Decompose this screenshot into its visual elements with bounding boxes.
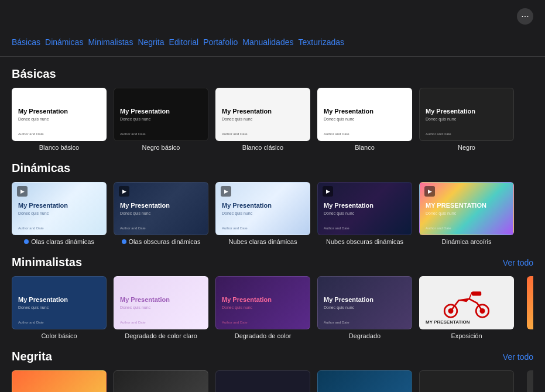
template-thumb-degradado-color: My PresentationDonec quis nuncAuthor and… <box>215 276 310 329</box>
template-label-nubes-claras: Nubes claras dinámicas <box>229 238 297 245</box>
template-thumb-exposicion: MY PRESENTATION <box>419 276 514 329</box>
template-label-arcoiris: Dinámica arcoíris <box>442 238 492 245</box>
section-header-basicas: Básicas <box>12 67 533 81</box>
section-title-dinamicas: Dinámicas <box>12 161 70 175</box>
more-button[interactable]: ··· <box>517 8 533 25</box>
filter-bar: BásicasDinámicasMinimalistasNegritaEdito… <box>0 36 545 57</box>
template-item-color-basico[interactable]: My PresentationDonec quis nuncAuthor and… <box>12 276 107 339</box>
template-label-negro-basico: Negro básico <box>142 144 180 151</box>
template-item-olas-oscuras[interactable]: ▶My PresentationDonec quis nuncAuthor an… <box>114 182 208 245</box>
template-label-row-degradado-claro: Degradado de color claro <box>125 332 197 339</box>
template-item-blanco[interactable]: My PresentationDonec quis nuncAuthor and… <box>317 88 412 151</box>
template-label-degradado-claro: Degradado de color claro <box>125 332 197 339</box>
template-label-row-degradado: Degradado <box>349 332 381 339</box>
partial-template-minimalistas[interactable] <box>521 276 533 339</box>
template-item-olas-claras[interactable]: ▶My PresentationDonec quis nuncAuthor an… <box>12 182 107 245</box>
section-header-minimalistas: MinimalistasVer todo <box>12 256 533 269</box>
template-thumb-bold-4: Donec quis nuncAuthor and Date <box>317 370 412 392</box>
templates-row-negrita: MY PRESENTATIONAuthor and DateMY PRESENT… <box>12 370 533 392</box>
template-item-negro-basico[interactable]: My PresentationDonec quis nuncAuthor and… <box>114 88 208 151</box>
dot-indicator <box>24 239 29 244</box>
filter-btn-editorial[interactable]: Editorial <box>169 36 204 48</box>
content-area: BásicasMy PresentationDonec quis nuncAut… <box>0 57 545 392</box>
template-item-degradado-claro[interactable]: My PresentationDonec quis nuncAuthor and… <box>114 276 208 339</box>
template-label-row-negro: Negro <box>458 144 475 151</box>
template-thumb-bold-3: MY PRESENTATIONAuthor and Date <box>215 370 310 392</box>
template-item-degradado-color[interactable]: My PresentationDonec quis nuncAuthor and… <box>215 276 310 339</box>
filter-btn-negrita[interactable]: Negrita <box>138 36 169 48</box>
template-thumb-blanco-clasico: My PresentationDonec quis nuncAuthor and… <box>215 88 310 141</box>
templates-row-basicas: My PresentationDonec quis nuncAuthor and… <box>12 88 533 151</box>
template-item-bold-5[interactable]: MY PRESENTATIONAuthor and Date <box>419 370 514 392</box>
template-item-bold-1[interactable]: MY PRESENTATIONAuthor and Date <box>12 370 107 392</box>
section-header-negrita: NegritaVer todo <box>12 350 533 363</box>
template-thumb-bold-5: MY PRESENTATIONAuthor and Date <box>419 370 514 392</box>
section-negrita: NegritaVer todoMY PRESENTATIONAuthor and… <box>12 350 533 392</box>
template-label-row-degradado-color: Degradado de color <box>235 332 292 339</box>
template-label-degradado: Degradado <box>349 332 381 339</box>
template-label-blanco-clasico: Blanco clásico <box>242 144 283 151</box>
partial-thumb-bg <box>527 276 533 329</box>
template-thumb-degradado: My PresentationDonec quis nuncAuthor and… <box>317 276 412 329</box>
template-item-nubes-oscuras[interactable]: ▶My PresentationDonec quis nuncAuthor an… <box>317 182 412 245</box>
template-label-exposicion: Exposición <box>451 332 482 339</box>
template-label-blanco-basico: Blanco básico <box>39 144 80 151</box>
template-label-color-basico: Color básico <box>41 332 77 339</box>
template-thumb-blanco: My PresentationDonec quis nuncAuthor and… <box>317 88 412 141</box>
templates-row-dinamicas: ▶My PresentationDonec quis nuncAuthor an… <box>12 182 533 245</box>
template-label-row-exposicion: Exposición <box>451 332 482 339</box>
template-label-row-negro-basico: Negro básico <box>142 144 180 151</box>
section-title-basicas: Básicas <box>12 67 56 81</box>
more-icon: ··· <box>521 11 529 22</box>
template-thumb-olas-oscuras: ▶My PresentationDonec quis nuncAuthor an… <box>114 182 208 235</box>
section-title-negrita: Negrita <box>12 350 52 363</box>
template-thumb-nubes-claras: ▶My PresentationDonec quis nuncAuthor an… <box>215 182 310 235</box>
template-label-row-blanco-basico: Blanco básico <box>39 144 80 151</box>
template-thumb-color-basico: My PresentationDonec quis nuncAuthor and… <box>12 276 107 329</box>
template-label-row-color-basico: Color básico <box>41 332 77 339</box>
template-item-bold-2[interactable]: MY PRESENTATIONAuthor and Date <box>114 370 208 392</box>
template-thumb-bold-1: MY PRESENTATIONAuthor and Date <box>12 370 107 392</box>
partial-template-negrita[interactable] <box>521 370 533 392</box>
template-item-nubes-claras[interactable]: ▶My PresentationDonec quis nuncAuthor an… <box>215 182 310 245</box>
template-label-row-olas-oscuras: Olas obscuras dinámicas <box>122 238 201 245</box>
template-thumb-bold-2: MY PRESENTATIONAuthor and Date <box>114 370 208 392</box>
template-label-blanco: Blanco <box>355 144 375 151</box>
section-title-minimalistas: Minimalistas <box>12 256 82 269</box>
template-label-row-nubes-oscuras: Nubes obscuras dinámicas <box>326 238 403 245</box>
template-label-row-nubes-claras: Nubes claras dinámicas <box>229 238 297 245</box>
filter-btn-manualidades[interactable]: Manualidades <box>242 36 298 48</box>
header: ··· <box>0 0 545 28</box>
template-thumb-negro: My PresentationDonec quis nuncAuthor and… <box>419 88 514 141</box>
filter-btn-portafolio[interactable]: Portafolio <box>203 36 242 48</box>
template-label-olas-claras: Olas claras dinámicas <box>31 238 94 245</box>
template-label-degradado-color: Degradado de color <box>235 332 292 339</box>
see-all-minimalistas[interactable]: Ver todo <box>503 258 533 267</box>
template-label-row-arcoiris: Dinámica arcoíris <box>442 238 492 245</box>
filter-btn-dinamicas[interactable]: Dinámicas <box>45 36 88 48</box>
section-minimalistas: MinimalistasVer todoMy PresentationDonec… <box>12 256 533 339</box>
template-item-blanco-basico[interactable]: My PresentationDonec quis nuncAuthor and… <box>12 88 107 151</box>
filter-btn-texturizadas[interactable]: Texturizadas <box>298 36 349 48</box>
template-item-arcoiris[interactable]: ▶MY PRESENTATIONDonec quis nuncAuthor an… <box>419 182 514 245</box>
templates-row-minimalistas: My PresentationDonec quis nuncAuthor and… <box>12 276 533 339</box>
template-label-row-blanco-clasico: Blanco clásico <box>242 144 283 151</box>
template-item-blanco-clasico[interactable]: My PresentationDonec quis nuncAuthor and… <box>215 88 310 151</box>
template-item-bold-3[interactable]: MY PRESENTATIONAuthor and Date <box>215 370 310 392</box>
template-label-row-blanco: Blanco <box>355 144 375 151</box>
template-thumb-olas-claras: ▶My PresentationDonec quis nuncAuthor an… <box>12 182 107 235</box>
template-thumb-arcoiris: ▶MY PRESENTATIONDonec quis nuncAuthor an… <box>419 182 514 235</box>
template-label-olas-oscuras: Olas obscuras dinámicas <box>129 238 201 245</box>
filter-btn-basicas[interactable]: Básicas <box>12 36 45 48</box>
template-item-negro[interactable]: My PresentationDonec quis nuncAuthor and… <box>419 88 514 151</box>
filter-btn-minimalistas[interactable]: Minimalistas <box>88 36 138 48</box>
page-title <box>0 28 545 36</box>
template-item-bold-4[interactable]: Donec quis nuncAuthor and Date <box>317 370 412 392</box>
template-item-exposicion[interactable]: MY PRESENTATIONExposición <box>419 276 514 339</box>
template-thumb-degradado-claro: My PresentationDonec quis nuncAuthor and… <box>114 276 208 329</box>
template-thumb-nubes-oscuras: ▶My PresentationDonec quis nuncAuthor an… <box>317 182 412 235</box>
template-label-row-olas-claras: Olas claras dinámicas <box>24 238 94 245</box>
see-all-negrita[interactable]: Ver todo <box>503 352 533 362</box>
section-basicas: BásicasMy PresentationDonec quis nuncAut… <box>12 67 533 151</box>
template-item-degradado[interactable]: My PresentationDonec quis nuncAuthor and… <box>317 276 412 339</box>
